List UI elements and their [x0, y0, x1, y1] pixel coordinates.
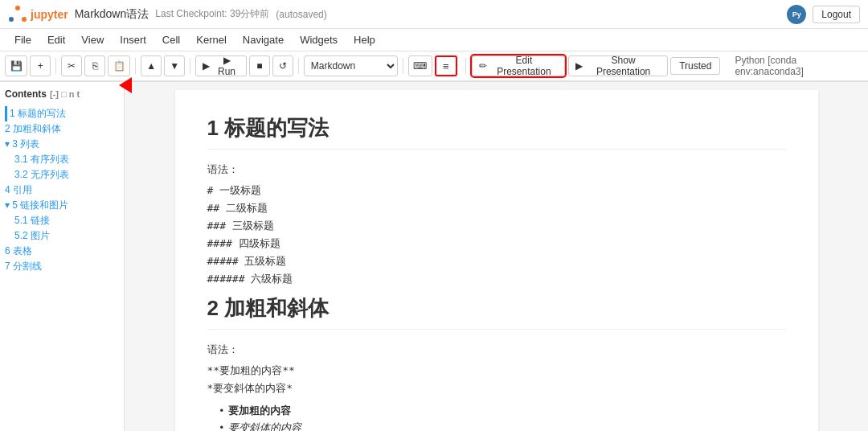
toc-item-4[interactable]: 4 引用 [5, 183, 119, 198]
python-icon: Py [787, 5, 806, 24]
notebook-content: 1 标题的写法 语法： # 一级标题 ## 二级标题 ### 三级标题 ####… [175, 90, 818, 431]
toc-item-6[interactable]: 6 表格 [5, 244, 119, 259]
menu-navigate[interactable]: Navigate [236, 32, 290, 47]
toc-item-2[interactable]: 2 加粗和斜体 [5, 121, 119, 137]
toc-item-5-2[interactable]: 5.2 图片 [5, 228, 119, 244]
toc-item-1[interactable]: 1 标题的写法 [5, 106, 119, 121]
section2-codes: **要加粗的内容** *要变斜体的内容* [207, 363, 786, 396]
section1-codes: # 一级标题 ## 二级标题 ### 三级标题 #### 四级标题 ##### … [207, 183, 786, 286]
presentation-section: ✏ Edit Presentation ▶ Show Presentation [463, 55, 668, 76]
menu-file[interactable]: File [8, 32, 38, 47]
content-area: 1 标题的写法 语法： # 一级标题 ## 二级标题 ### 三级标题 ####… [125, 82, 868, 431]
menu-widgets[interactable]: Widgets [293, 32, 344, 47]
italic-text: 要变斜体的内容 [228, 421, 301, 431]
toc-controls[interactable]: [-] □ n t [50, 89, 80, 99]
section2-title: 2 加粗和斜体 [207, 294, 786, 330]
toolbar-right: Trusted Python [conda env:anaconda3] [670, 55, 863, 77]
code-h3: ### 三级标题 [207, 219, 786, 233]
logout-button[interactable]: Logout [813, 6, 860, 23]
python-label: Py [792, 10, 801, 18]
code-h1: # 一级标题 [207, 183, 786, 198]
section2-list: 要加粗的内容 要变斜体的内容 [207, 404, 786, 431]
main-area: Contents [-] □ n t 1 标题的写法 2 加粗和斜体 ▾ 3 列… [0, 82, 868, 431]
sidebar-toc: Contents [-] □ n t 1 标题的写法 2 加粗和斜体 ▾ 3 列… [0, 82, 125, 431]
list-view-button[interactable]: ≡ [435, 55, 457, 76]
show-presentation-button[interactable]: ▶ Show Presentation [568, 55, 668, 76]
toc-title: Contents [5, 88, 47, 100]
menu-bar: File Edit View Insert Cell Kernel Naviga… [0, 29, 868, 51]
run-button[interactable]: ▶ ▶ Run [195, 55, 247, 76]
menu-view[interactable]: View [75, 32, 110, 47]
section1-title: 1 标题的写法 [207, 114, 786, 150]
svg-point-0 [15, 6, 20, 10]
toc-header: Contents [-] □ n t [5, 88, 119, 100]
section1-syntax-label: 语法： [207, 162, 786, 177]
separator1 [55, 58, 56, 74]
list-item-bold: 要加粗的内容 [220, 404, 786, 418]
jupyter-logo-icon [8, 5, 27, 24]
keyboard-button[interactable]: ⌨ [408, 55, 432, 76]
kernel-info: Python [conda env:anaconda3] [728, 55, 863, 77]
toc-item-5-1[interactable]: 5.1 链接 [5, 213, 119, 228]
code-h6: ###### 六级标题 [207, 272, 786, 286]
arrow-indicator [119, 77, 132, 93]
code-bold: **要加粗的内容** [207, 363, 786, 378]
notebook-title: Markdown语法 [75, 7, 149, 22]
move-down-button[interactable]: ▼ [164, 55, 185, 76]
separator2 [135, 58, 136, 74]
code-h4: #### 四级标题 [207, 236, 786, 251]
paste-button[interactable]: 📋 [108, 55, 130, 76]
toc-item-7[interactable]: 7 分割线 [5, 259, 119, 274]
move-up-button[interactable]: ▲ [141, 55, 162, 76]
run-icon: ▶ [203, 60, 210, 72]
edit-icon: ✏ [479, 60, 487, 72]
app-name: jupyter [31, 8, 68, 21]
menu-cell[interactable]: Cell [156, 32, 186, 47]
menu-edit[interactable]: Edit [41, 32, 72, 47]
separator3 [190, 58, 190, 74]
menu-kernel[interactable]: Kernel [190, 32, 233, 47]
trusted-badge: Trusted [670, 57, 720, 75]
top-bar: jupyter Markdown语法 Last Checkpoint: 39分钟… [0, 0, 868, 29]
section2-syntax-label: 语法： [207, 343, 786, 357]
topbar-right: Py Logout [787, 5, 860, 24]
code-h5: ##### 五级标题 [207, 254, 786, 269]
menu-insert[interactable]: Insert [113, 32, 153, 47]
toc-item-3-2[interactable]: 3.2 无序列表 [5, 167, 119, 183]
toc-item-3-1[interactable]: 3.1 有序列表 [5, 152, 119, 167]
topbar-left: jupyter Markdown语法 Last Checkpoint: 39分钟… [8, 5, 327, 24]
bold-text: 要加粗的内容 [228, 404, 291, 418]
toc-item-3[interactable]: ▾ 3 列表 [5, 137, 119, 152]
restart-button[interactable]: ↺ [272, 55, 293, 76]
cell-type-select[interactable]: Markdown Code Raw NBConvert Heading [304, 55, 398, 76]
autosaved-text: (autosaved) [276, 9, 326, 20]
stop-button[interactable]: ■ [249, 55, 270, 76]
jupyter-logo: jupyter [8, 5, 68, 24]
toc-item-5[interactable]: ▾ 5 链接和图片 [5, 198, 119, 213]
code-italic: *要变斜体的内容* [207, 381, 786, 396]
add-cell-button[interactable]: + [30, 55, 51, 76]
edit-presentation-button[interactable]: ✏ Edit Presentation [472, 55, 565, 76]
svg-point-1 [9, 17, 14, 22]
edit-presentation-label: Edit Presentation [490, 55, 558, 77]
svg-point-2 [22, 17, 27, 22]
show-presentation-label: Show Presentation [586, 55, 661, 77]
separator6 [465, 58, 466, 74]
checkpoint-text: Last Checkpoint: 39分钟前 [155, 7, 269, 21]
code-h2: ## 二级标题 [207, 201, 786, 216]
run-label: ▶ Run [214, 55, 240, 77]
separator5 [403, 58, 403, 74]
cut-button[interactable]: ✂ [61, 55, 82, 76]
list-icon: ≡ [443, 60, 449, 72]
separator4 [298, 58, 299, 74]
list-item-italic: 要变斜体的内容 [220, 421, 786, 431]
save-button[interactable]: 💾 [5, 55, 27, 76]
show-icon: ▶ [575, 60, 583, 72]
menu-help[interactable]: Help [347, 32, 382, 47]
copy-button[interactable]: ⎘ [84, 55, 105, 76]
